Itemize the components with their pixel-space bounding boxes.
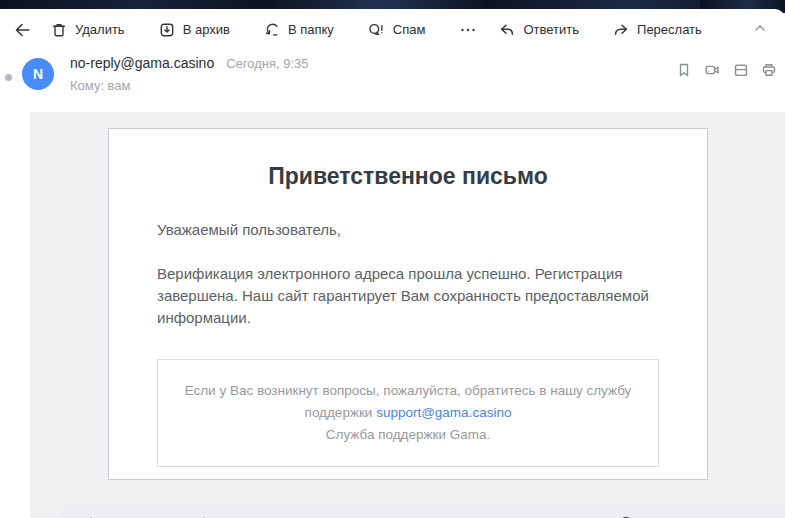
support-email-link[interactable]: support@gama.casino [376,405,511,420]
email-greeting: Уважаемый пользователь, [157,219,659,241]
archive-icon [159,22,175,38]
printer-icon[interactable] [761,62,777,82]
reply-arrow-icon [84,515,100,518]
bookmark-icon[interactable] [676,62,692,82]
avatar-letter: N [33,66,43,82]
message-header: N no-reply@gama.casinoСегодня, 9:35 Кому… [0,50,785,112]
email-body-text: Верификация электронного адреса прошла у… [157,263,659,329]
reply-button[interactable]: Ответить [499,22,579,38]
recipient-line[interactable]: Кому: вам [70,78,131,93]
background-page-strip [0,0,785,9]
forward-arrow-icon [195,515,211,518]
spam-button[interactable]: Спам [368,22,426,38]
quick-actions-bar: Ответить Переслать Отписаться от рассылк… [60,504,785,518]
delete-button[interactable]: Удалить [51,22,125,38]
folder-move-icon [264,22,280,38]
email-letter-card: Приветственное письмо Уважаемый пользова… [108,128,708,480]
spam-icon [368,22,385,38]
minus-circle-icon [618,515,634,518]
support-line-2: поддержки support@gama.casino [168,402,648,424]
support-line-1: Если у Вас возникнут вопросы, пожалуйста… [168,380,648,402]
calendar-icon[interactable] [733,62,749,82]
ellipsis-icon [459,22,477,38]
chevron-up-icon [753,21,767,38]
sender-avatar[interactable]: N [22,58,54,90]
archive-label: В архив [183,22,230,37]
reply-label: Ответить [523,22,579,37]
move-to-folder-button[interactable]: В папку [264,22,334,38]
email-body-background: Приветственное письмо Уважаемый пользова… [30,112,785,518]
quick-reply-button[interactable]: Ответить [84,515,165,518]
forward-arrow-icon [613,22,629,38]
message-date: Сегодня, 9:35 [226,56,308,71]
email-title: Приветственное письмо [157,160,659,192]
support-box: Если у Вас возникнут вопросы, пожалуйста… [157,359,659,467]
archive-button[interactable]: В архив [159,22,230,38]
spam-label: Спам [393,22,426,37]
support-signature: Служба поддержки Gama. [168,424,648,446]
sender-address[interactable]: no-reply@gama.casino [70,55,214,71]
unsubscribe-button[interactable]: Отписаться от рассылки [618,515,785,518]
video-camera-icon[interactable] [704,62,721,82]
delete-label: Удалить [75,22,125,37]
message-toolbar: Удалить В архив В папку Спам [0,9,785,50]
back-button[interactable] [14,22,31,38]
more-actions-button[interactable] [459,22,477,38]
forward-label: Переслать [637,22,702,37]
mail-app: Удалить В архив В папку Спам [0,0,785,518]
reply-arrow-icon [499,22,515,38]
back-arrow-icon [14,22,31,38]
quick-forward-button[interactable]: Переслать [195,515,285,518]
trash-icon [51,22,67,38]
move-to-folder-label: В папку [288,22,334,37]
mail-panel: Удалить В архив В папку Спам [0,9,785,518]
unread-indicator[interactable] [5,74,12,81]
forward-button[interactable]: Переслать [613,22,702,38]
collapse-message-button[interactable] [753,21,767,39]
